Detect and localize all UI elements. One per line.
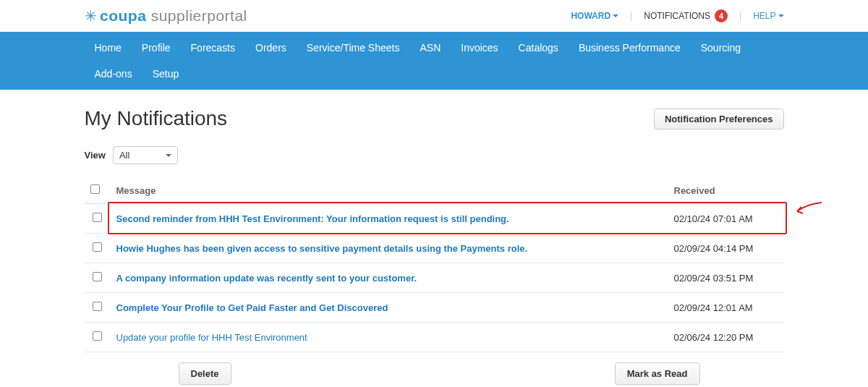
row-checkbox-cell xyxy=(85,234,111,263)
nav-item-orders[interactable]: Orders xyxy=(245,36,297,59)
table-row: A company information update was recentl… xyxy=(85,263,784,293)
table-row: Complete Your Profile to Get Paid Faster… xyxy=(85,293,784,323)
page-title: My Notifications xyxy=(85,107,228,130)
row-checkbox-cell xyxy=(85,263,111,293)
nav-item-invoices[interactable]: Invoices xyxy=(451,36,508,59)
nav-item-setup[interactable]: Setup xyxy=(142,62,190,85)
row-checkbox[interactable] xyxy=(93,302,102,311)
help-label: HELP xyxy=(753,11,775,21)
row-checkbox-cell xyxy=(85,293,111,323)
notification-preferences-button[interactable]: Notification Preferences xyxy=(654,109,784,129)
row-checkbox[interactable] xyxy=(93,272,102,281)
logo-coupa-text: coupa xyxy=(100,7,146,24)
received-cell: 02/09/24 04:14 PM xyxy=(668,234,784,263)
top-right-links: HOWARD | NOTIFICATIONS 4 | HELP xyxy=(571,9,783,22)
message-cell: Update your profile for HHH Test Environ… xyxy=(111,323,668,352)
user-menu[interactable]: HOWARD xyxy=(571,11,618,21)
logo-portal-text: portal xyxy=(207,7,247,24)
row-checkbox-cell xyxy=(85,323,111,352)
message-cell: Second reminder from HHH Test Environmen… xyxy=(111,204,668,234)
nav-item-catalogs[interactable]: Catalogs xyxy=(509,36,569,59)
notification-link[interactable]: Second reminder from HHH Test Environmen… xyxy=(116,213,509,224)
notification-link[interactable]: A company information update was recentl… xyxy=(116,273,417,284)
title-row: My Notifications Notification Preference… xyxy=(85,107,784,130)
view-select[interactable]: All xyxy=(113,146,178,164)
received-cell: 02/09/24 03:51 PM xyxy=(668,263,784,293)
received-cell: 02/10/24 07:01 AM xyxy=(668,204,784,234)
table-row: Howie Hughes has been given access to se… xyxy=(85,234,784,263)
user-name: HOWARD xyxy=(571,11,610,21)
separator: | xyxy=(630,11,632,21)
view-filter-row: View All xyxy=(85,146,784,164)
content: My Notifications Notification Preference… xyxy=(85,90,784,385)
nav-item-business-performance[interactable]: Business Performance xyxy=(569,36,691,59)
message-cell: A company information update was recentl… xyxy=(111,263,668,293)
nav-item-profile[interactable]: Profile xyxy=(132,36,181,59)
row-checkbox[interactable] xyxy=(93,242,102,252)
row-checkbox[interactable] xyxy=(93,331,102,341)
action-row: Delete Mark as Read xyxy=(85,352,784,385)
message-header: Message xyxy=(111,177,668,204)
logo-supplier-text: supplier xyxy=(151,7,208,24)
select-all-header xyxy=(85,177,111,204)
nav-item-sourcing[interactable]: Sourcing xyxy=(691,36,751,59)
delete-button[interactable]: Delete xyxy=(179,362,231,385)
coupa-burst-icon: ✳ xyxy=(85,9,98,23)
notification-link[interactable]: Howie Hughes has been given access to se… xyxy=(116,243,528,254)
logo[interactable]: ✳ coupa supplierportal xyxy=(85,7,247,25)
row-checkbox-cell xyxy=(85,204,111,234)
chevron-down-icon xyxy=(166,154,171,157)
received-header: Received xyxy=(668,177,784,204)
view-select-value: All xyxy=(119,150,129,161)
view-label: View xyxy=(85,150,106,161)
nav-item-service-time-sheets[interactable]: Service/Time Sheets xyxy=(297,36,410,59)
nav-item-home[interactable]: Home xyxy=(85,36,132,59)
notifications-table: Message Received Second reminder from HH… xyxy=(85,177,784,352)
main-nav: HomeProfileForecastsOrdersService/Time S… xyxy=(0,32,868,90)
notification-link[interactable]: Update your profile for HHH Test Environ… xyxy=(116,332,307,343)
top-bar: ✳ coupa supplierportal HOWARD | NOTIFICA… xyxy=(85,0,784,32)
chevron-down-icon xyxy=(778,14,784,17)
table-row: Second reminder from HHH Test Environmen… xyxy=(85,204,784,234)
nav-item-asn[interactable]: ASN xyxy=(409,36,451,59)
received-cell: 02/06/24 12:20 PM xyxy=(668,323,784,352)
table-row: Update your profile for HHH Test Environ… xyxy=(85,323,784,352)
message-cell: Howie Hughes has been given access to se… xyxy=(111,234,668,263)
message-cell: Complete Your Profile to Get Paid Faster… xyxy=(111,293,668,323)
select-all-checkbox[interactable] xyxy=(90,184,100,194)
separator: | xyxy=(739,11,741,21)
row-checkbox[interactable] xyxy=(93,213,102,222)
notifications-link[interactable]: NOTIFICATIONS 4 xyxy=(644,9,728,22)
mark-as-read-button[interactable]: Mark as Read xyxy=(615,362,700,385)
nav-item-forecasts[interactable]: Forecasts xyxy=(181,36,245,59)
arrow-annotation-icon xyxy=(793,200,826,221)
notifications-label: NOTIFICATIONS xyxy=(644,11,710,21)
chevron-down-icon xyxy=(613,14,618,17)
help-link[interactable]: HELP xyxy=(753,11,783,21)
notifications-badge: 4 xyxy=(715,9,728,22)
notification-link[interactable]: Complete Your Profile to Get Paid Faster… xyxy=(116,302,388,313)
nav-item-add-ons[interactable]: Add-ons xyxy=(85,62,142,85)
received-cell: 02/09/24 12:01 AM xyxy=(668,293,784,323)
